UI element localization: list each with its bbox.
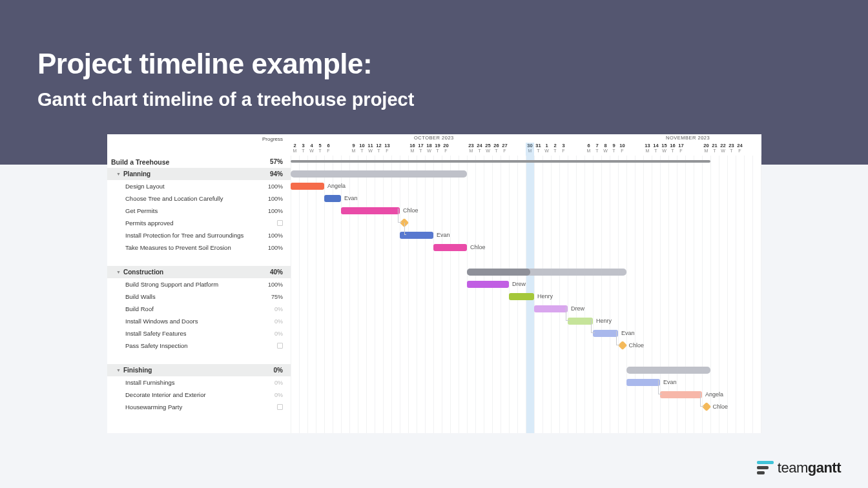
task-bar[interactable] — [660, 391, 702, 398]
dependency-line — [591, 319, 595, 333]
task-row[interactable]: Pass Safety Inspection — [107, 340, 291, 352]
project-row: Build a Treehouse57% — [107, 156, 291, 168]
task-row[interactable]: Choose Tree and Location Carefully100% — [107, 192, 291, 205]
month-header: OCTOBER 2023NOVEMBER 2023 — [291, 134, 761, 143]
milestone-checkbox[interactable] — [277, 404, 283, 410]
assignee-label: Drew — [512, 281, 526, 287]
progress-column-header: Progress — [107, 134, 291, 144]
assignee-label: Chloe — [713, 403, 728, 410]
month-label: OCTOBER 2023 — [414, 135, 454, 141]
day-column-header: 9T — [610, 143, 618, 154]
task-name: Get Permits — [125, 207, 158, 214]
task-row[interactable]: Housewarming Party — [107, 401, 291, 413]
day-column-header: 16M — [408, 143, 417, 154]
group-row[interactable]: ▼Finishing0% — [107, 364, 291, 376]
group-name: Planning — [123, 170, 150, 178]
task-progress: 0% — [274, 380, 283, 386]
assignee-label: Evan — [621, 330, 635, 336]
project-summary-bar — [291, 160, 710, 163]
milestone-checkbox[interactable] — [277, 343, 283, 349]
task-name: Install Protection for Tree and Surround… — [125, 232, 243, 239]
task-bar[interactable] — [433, 244, 467, 251]
group-progress: 40% — [270, 269, 283, 276]
task-progress: 0% — [274, 392, 283, 398]
group-progress: 0% — [274, 367, 283, 374]
task-name: Build Walls — [125, 293, 156, 300]
day-column-header: 5T — [316, 143, 324, 154]
task-bar[interactable] — [467, 281, 509, 288]
assignee-label: Drew — [571, 305, 584, 312]
task-name: Build Roof — [125, 305, 154, 312]
timeline-pane[interactable]: OCTOBER 2023NOVEMBER 2023 2M3T4W5T6F9M10… — [291, 134, 761, 433]
task-row[interactable]: Build Strong Support and Platform100% — [107, 278, 291, 290]
dependency-line — [566, 307, 570, 321]
day-column-header: 13M — [643, 143, 652, 154]
assignee-label: Evan — [663, 379, 677, 385]
milestone-checkbox[interactable] — [277, 220, 283, 226]
task-bar[interactable] — [324, 195, 341, 202]
day-column-header: 8W — [601, 143, 610, 154]
day-column-header: 7T — [593, 143, 601, 154]
day-column-header: 9M — [349, 143, 358, 154]
task-row[interactable]: Install Safety Features0% — [107, 327, 291, 340]
collapse-icon[interactable]: ▼ — [116, 172, 121, 176]
day-column-header: 24T — [475, 143, 484, 154]
day-column-header: 20M — [702, 143, 710, 154]
task-row[interactable]: Install Furnishings0% — [107, 376, 291, 389]
task-row[interactable]: Take Measures to Prevent Soil Erosion100… — [107, 241, 291, 254]
task-bar[interactable] — [534, 305, 568, 312]
dependency-line — [404, 223, 406, 235]
group-row[interactable]: ▼Planning94% — [107, 168, 291, 180]
page-subtitle: Gantt chart timeline of a treehouse proj… — [37, 89, 414, 110]
task-name: Design Layout — [125, 183, 165, 190]
assignee-label: Chloe — [470, 244, 486, 250]
group-summary-bar[interactable] — [626, 367, 710, 374]
day-column-header: 23T — [727, 143, 736, 154]
day-column-header: 12T — [375, 143, 383, 154]
assignee-label: Henry — [537, 293, 553, 300]
task-row[interactable]: Build Roof0% — [107, 303, 291, 315]
task-row[interactable]: Install Windows and Doors0% — [107, 315, 291, 327]
group-name: Finishing — [123, 367, 152, 374]
task-row[interactable]: Build Walls75% — [107, 290, 291, 303]
assignee-label: Henry — [596, 318, 612, 324]
day-column-header: 16T — [668, 143, 677, 154]
month-label: NOVEMBER 2023 — [666, 135, 710, 141]
task-row[interactable]: Install Protection for Tree and Surround… — [107, 229, 291, 241]
task-progress: 100% — [268, 196, 283, 202]
day-column-header: 3F — [559, 143, 568, 154]
task-bar[interactable] — [626, 379, 660, 386]
task-bar[interactable] — [593, 330, 618, 337]
task-bar[interactable] — [509, 293, 534, 300]
day-column-header: 15W — [660, 143, 668, 154]
day-column-header: 2M — [291, 143, 299, 154]
group-row[interactable]: ▼Construction40% — [107, 266, 291, 278]
task-name: Install Safety Features — [125, 330, 187, 337]
task-name: Install Windows and Doors — [125, 318, 198, 325]
day-column-header: 21T — [710, 143, 719, 154]
task-progress: 0% — [274, 318, 283, 325]
task-progress: 100% — [268, 281, 283, 288]
task-bar[interactable] — [568, 318, 593, 325]
day-column-header: 27F — [501, 143, 509, 154]
task-name: Build Strong Support and Platform — [125, 281, 218, 288]
task-bar[interactable] — [341, 207, 400, 214]
day-column-header: 4W — [307, 143, 316, 154]
task-progress: 0% — [274, 330, 283, 337]
task-name: Pass Safety Inspection — [125, 342, 188, 349]
day-column-header: 10F — [618, 143, 626, 154]
task-row[interactable]: Permits approved — [107, 217, 291, 229]
task-name: Choose Tree and Location Carefully — [125, 195, 223, 202]
group-summary-bar[interactable] — [291, 170, 467, 178]
task-row[interactable]: Get Permits100% — [107, 205, 291, 217]
task-progress: 0% — [274, 306, 283, 312]
day-column-header: 20F — [442, 143, 450, 154]
task-name: Housewarming Party — [125, 403, 182, 411]
collapse-icon[interactable]: ▼ — [116, 368, 121, 372]
task-bar[interactable] — [291, 183, 324, 190]
task-row[interactable]: Decorate Interior and Exterior0% — [107, 389, 291, 401]
collapse-icon[interactable]: ▼ — [116, 270, 121, 274]
task-row[interactable]: Design Layout100% — [107, 180, 291, 192]
day-column-header: 14T — [652, 143, 660, 154]
dependency-line — [700, 392, 704, 407]
